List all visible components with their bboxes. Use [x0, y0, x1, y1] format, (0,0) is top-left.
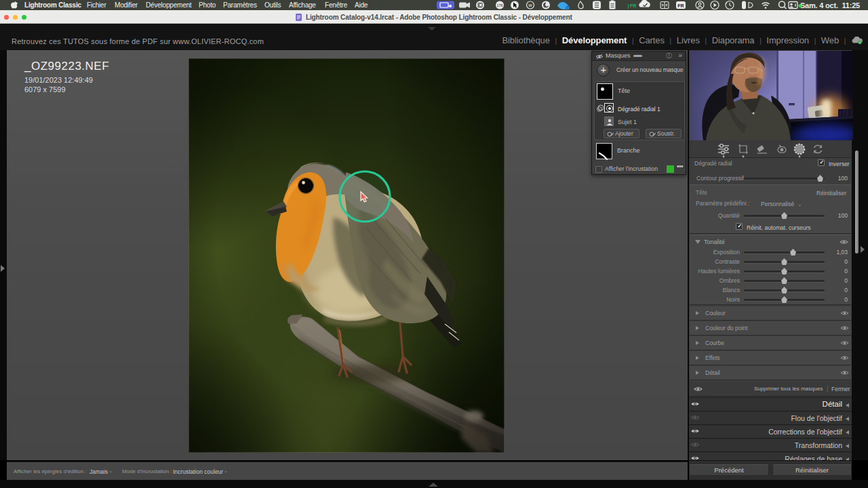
svg-text:|PR: |PR: [627, 3, 637, 9]
svg-text:176: 176: [496, 3, 502, 7]
svg-text:FR: FR: [677, 3, 684, 8]
svg-text:w: w: [528, 2, 532, 8]
